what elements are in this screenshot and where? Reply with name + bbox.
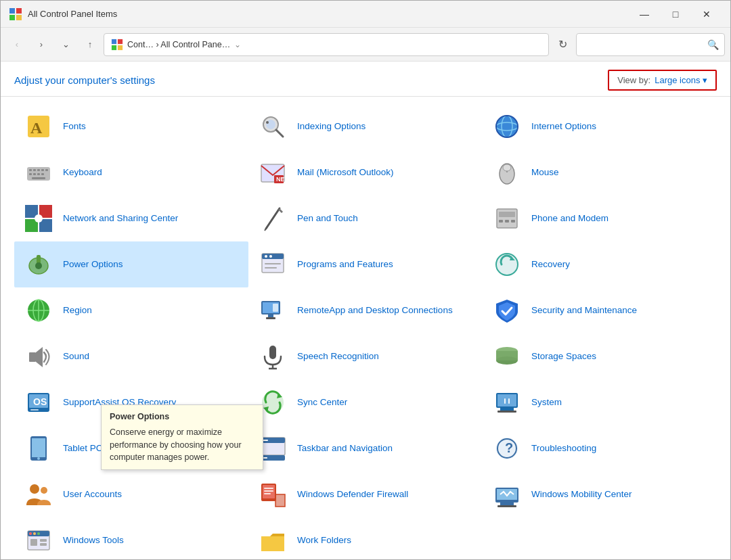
work-folders-label: Work Folders (297, 534, 351, 546)
recent-button[interactable]: ⌄ (55, 34, 76, 55)
region-icon (22, 294, 55, 327)
troubleshooting-icon: ? (491, 432, 523, 465)
svg-rect-88 (497, 411, 516, 413)
svg-line-12 (276, 130, 283, 137)
view-by-value[interactable]: Large icons ▾ (655, 75, 707, 85)
recovery-label: Recovery (531, 258, 570, 271)
control-panel-item-network-sharing[interactable]: Network and Sharing Center (14, 195, 248, 241)
svg-line-43 (265, 229, 266, 231)
svg-marker-70 (36, 347, 43, 367)
system-label: System (531, 396, 562, 409)
control-panel-item-security-maintenance[interactable]: Security and Maintenance (483, 287, 717, 333)
control-panel-item-remoteapp[interactable]: RemoteApp and Desktop Connections (248, 287, 483, 333)
svg-rect-25 (33, 173, 36, 175)
svg-text:NEW: NEW (276, 176, 286, 183)
pen-touch-icon (257, 202, 289, 235)
windows-defender-icon (257, 478, 289, 511)
search-box[interactable]: 🔍 (576, 33, 725, 56)
control-panel-item-internet-options[interactable]: Internet Options (483, 103, 717, 149)
svg-point-102 (30, 484, 39, 494)
address-bar: ‹ › ⌄ ↑ Cont… › All Control Pane… ⌄ ↻ 🔍 (1, 28, 730, 62)
maximize-button[interactable]: □ (660, 1, 691, 28)
control-panel-item-windows-tools[interactable]: Windows Tools (14, 517, 248, 559)
svg-rect-28 (32, 177, 45, 179)
mail-icon: NEW (257, 156, 289, 189)
svg-point-51 (35, 262, 42, 269)
control-panel-item-mouse[interactable]: Mouse (483, 149, 717, 195)
search-icon: 🔍 (707, 39, 719, 50)
search-input[interactable] (582, 40, 707, 49)
svg-rect-121 (40, 543, 47, 546)
svg-point-118 (37, 532, 40, 535)
refresh-button[interactable]: ↻ (552, 34, 573, 55)
back-button[interactable]: ‹ (6, 34, 28, 55)
breadcrumb: Cont… › All Control Pane… (127, 40, 230, 49)
minimize-button[interactable]: — (629, 1, 660, 28)
control-panel-item-taskbar[interactable]: Taskbar and Navigation (248, 425, 483, 471)
svg-point-116 (29, 532, 32, 535)
svg-rect-19 (29, 169, 32, 171)
control-panel-item-speech-recognition[interactable]: Speech Recognition (248, 333, 483, 379)
control-panel-item-windows-defender[interactable]: Windows Defender Firewall (248, 471, 483, 517)
control-panel-item-recovery[interactable]: Recovery (483, 241, 717, 287)
recovery-icon (491, 248, 523, 281)
svg-rect-112 (500, 503, 514, 505)
security-maintenance-icon (491, 294, 523, 327)
windows-tools-label: Windows Tools (63, 534, 124, 546)
control-panel-item-programs-features[interactable]: Programs and Features (248, 241, 483, 287)
svg-point-40 (35, 214, 43, 223)
svg-rect-2 (9, 15, 15, 20)
control-panel-item-sound[interactable]: Sound (14, 333, 248, 379)
control-panel-item-pen-touch[interactable]: Pen and Touch (248, 195, 483, 241)
svg-point-58 (496, 254, 518, 275)
storage-spaces-icon (491, 340, 523, 373)
svg-point-54 (265, 255, 267, 258)
svg-rect-20 (33, 169, 36, 171)
indexing-options-label: Indexing Options (297, 120, 366, 133)
up-button[interactable]: ↑ (79, 34, 101, 55)
control-panel-item-work-folders[interactable]: Work Folders (248, 517, 483, 559)
svg-rect-122 (261, 536, 284, 551)
remoteapp-label: RemoteApp and Desktop Connections (297, 304, 453, 317)
window-controls: — □ ✕ (629, 1, 722, 28)
control-panel-item-fonts[interactable]: AFonts (14, 103, 248, 149)
control-panel-item-storage-spaces[interactable]: Storage Spaces (483, 333, 717, 379)
control-panel-item-troubleshooting[interactable]: ?Troubleshooting (483, 425, 717, 471)
address-box[interactable]: Cont… › All Control Pane… ⌄ (104, 33, 549, 56)
control-panel-item-windows-mobility[interactable]: Windows Mobility Center (483, 471, 717, 517)
pen-touch-label: Pen and Touch (297, 212, 358, 225)
svg-rect-71 (269, 346, 276, 359)
system-icon (491, 386, 523, 419)
svg-rect-87 (500, 408, 514, 411)
svg-rect-108 (264, 493, 271, 494)
user-accounts-label: User Accounts (63, 488, 122, 500)
svg-rect-68 (273, 304, 278, 312)
control-panel-item-mail[interactable]: NEWMail (Microsoft Outlook) (248, 149, 483, 195)
work-folders-icon (257, 524, 289, 557)
indexing-options-icon (257, 110, 289, 143)
svg-rect-66 (268, 314, 273, 317)
keyboard-label: Keyboard (63, 166, 102, 179)
control-panel-item-phone-modem[interactable]: Phone and Modem (483, 195, 717, 241)
mail-label: Mail (Microsoft Outlook) (297, 166, 394, 179)
control-panel-item-user-accounts[interactable]: User Accounts (14, 471, 248, 517)
sync-center-label: Sync Center (297, 396, 347, 409)
forward-button[interactable]: › (30, 34, 52, 55)
svg-rect-3 (16, 15, 22, 20)
svg-rect-89 (504, 398, 506, 404)
page-title: Adjust your computer's settings (14, 74, 155, 86)
windows-mobility-icon (491, 478, 523, 511)
svg-rect-4 (112, 39, 116, 43)
control-panel-item-sync-center[interactable]: Sync Center (248, 379, 483, 425)
svg-text:OS: OS (33, 396, 47, 407)
svg-rect-26 (37, 173, 40, 175)
breadcrumb-chevron: ⌄ (234, 40, 241, 49)
control-panel-item-keyboard[interactable]: Keyboard (14, 149, 248, 195)
close-button[interactable]: ✕ (691, 1, 722, 28)
view-by-control[interactable]: View by: Large icons ▾ (608, 70, 717, 91)
control-panel-item-region[interactable]: Region (14, 287, 248, 333)
control-panel-item-system[interactable]: System (483, 379, 717, 425)
svg-rect-111 (497, 489, 517, 500)
control-panel-item-indexing-options[interactable]: Indexing Options (248, 103, 483, 149)
control-panel-item-power-options[interactable]: Power Options (14, 241, 248, 287)
